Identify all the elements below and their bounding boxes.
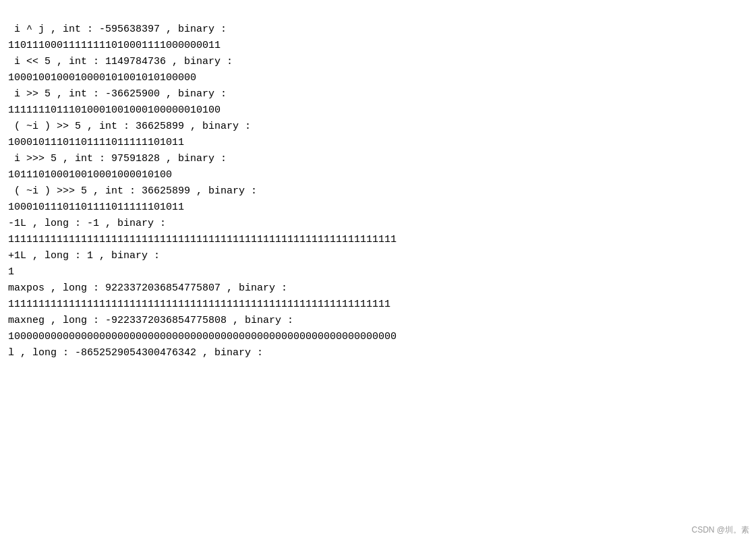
code-line: 10001011101101111011111101011 [8,200,748,216]
code-line: 101110100010010001000010100 [8,167,748,183]
code-line: 1111111111111111111111111111111111111111… [8,297,748,313]
code-line: maxneg , long : -9223372036854775808 , b… [8,313,748,329]
code-line: 10001011101101111011111101011 [8,135,748,151]
code-line: i >>> 5 , int : 97591828 , binary : [8,151,748,167]
code-line: i >> 5 , int : -36625900 , binary : [8,86,748,102]
code-output: i ^ j , int : -595638397 , binary :11011… [8,5,748,361]
code-line: ( ~i ) >>> 5 , int : 36625899 , binary : [8,183,748,200]
code-line: 1000000000000000000000000000000000000000… [8,329,748,345]
watermark: CSDN @圳。素 [691,524,749,536]
code-line: ( ~i ) >> 5 , int : 36625899 , binary : [8,119,748,135]
code-line: -1L , long : -1 , binary : [8,216,748,232]
code-line: 11111110111010001001000100000010100 [8,102,748,119]
code-line: maxpos , long : 9223372036854775807 , bi… [8,280,748,297]
code-line: 11011100011111111010001111000000011 [8,38,748,54]
code-line: 1111111111111111111111111111111111111111… [8,232,748,248]
code-line: i ^ j , int : -595638397 , binary : [8,22,748,38]
code-line: i << 5 , int : 1149784736 , binary : [8,54,748,70]
code-line: +1L , long : 1 , binary : [8,248,748,264]
code-line: l , long : -8652529054300476342 , binary… [8,345,748,361]
code-line: 1000100100010000101001010100000 [8,70,748,86]
code-line: 1 [8,264,748,280]
